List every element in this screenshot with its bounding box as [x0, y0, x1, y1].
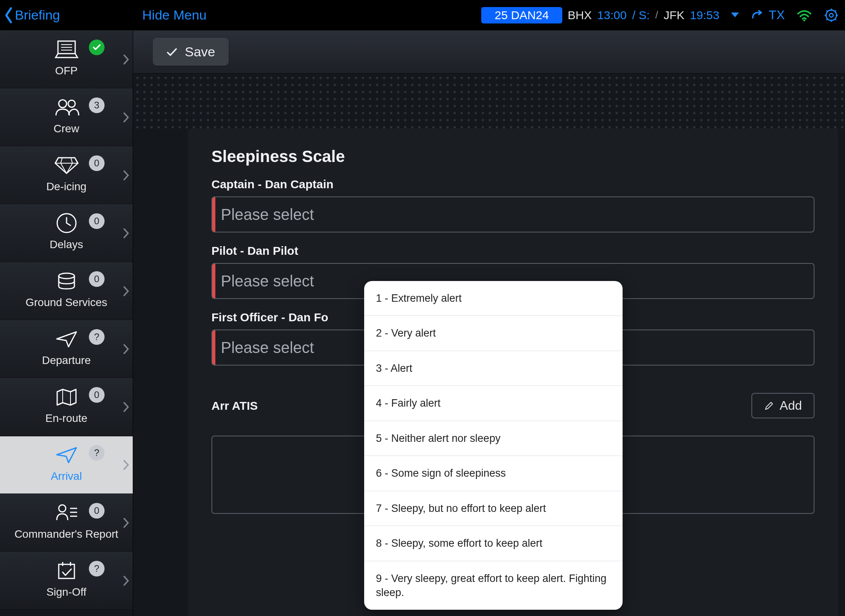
chevron-right-icon	[123, 285, 130, 297]
chevron-right-icon	[123, 343, 130, 355]
ofp-icon	[54, 38, 79, 61]
chevron-right-icon	[123, 169, 130, 181]
sidebar-item-ground-services[interactable]: Ground Services 0	[0, 262, 133, 320]
diamond-icon	[54, 154, 79, 177]
header-icons: TX	[730, 8, 839, 23]
arr-airport: JFK	[664, 9, 684, 22]
dropdown-option[interactable]: 1 - Extremely alert	[364, 281, 623, 316]
flight-id-pill[interactable]: 25 DAN24	[481, 7, 562, 23]
sidebar-item-label: Ground Services	[25, 296, 107, 309]
svg-point-0	[803, 19, 805, 21]
hide-menu-button[interactable]: Hide Menu	[142, 7, 206, 23]
sidebar-item-commanders-report[interactable]: Commander's Report 0	[0, 494, 133, 552]
app-header: Briefing Hide Menu 25 DAN24 BHX 13:00 / …	[0, 0, 845, 31]
dropdown-option[interactable]: 7 - Sleepy, but no effort to keep alert	[364, 491, 623, 526]
dropdown-option[interactable]: 6 - Some sign of sleepiness	[364, 456, 623, 491]
dropdown-option[interactable]: 5 - Neither alert nor sleepy	[364, 421, 623, 456]
sidebar-item-crew[interactable]: Crew 3	[0, 88, 133, 146]
chevron-right-icon	[123, 517, 130, 529]
add-button[interactable]: Add	[751, 393, 814, 418]
sidebar-item-arrival[interactable]: Arrival ?	[0, 436, 133, 494]
select-value: Please select	[221, 206, 314, 223]
sidebar-item-label: En-route	[45, 412, 87, 425]
count-badge: ?	[89, 561, 105, 576]
sidebar-item-label: Commander's Report	[14, 528, 118, 540]
count-badge: 3	[89, 97, 105, 113]
dropdown-option[interactable]: 2 - Very alert	[364, 316, 623, 351]
count-badge: 0	[89, 271, 105, 287]
sidebar-item-ofp[interactable]: OFP	[0, 31, 133, 88]
wifi-icon	[796, 9, 812, 22]
sidebar-item-label: Departure	[42, 354, 91, 367]
caret-down-icon[interactable]	[730, 12, 740, 19]
dep-time: 13:00	[597, 9, 627, 22]
dropdown-option[interactable]: 3 - Alert	[364, 351, 623, 386]
sleepiness-dropdown: 1 - Extremely alert 2 - Very alert 3 - A…	[364, 281, 623, 610]
check-icon	[166, 47, 178, 57]
count-badge: 0	[89, 155, 105, 171]
svg-point-2	[829, 13, 833, 17]
sidebar-item-label: OFP	[55, 65, 78, 77]
arr-time: 19:53	[690, 9, 719, 22]
sidebar-item-departure[interactable]: Departure ?	[0, 320, 133, 378]
add-label: Add	[780, 398, 802, 413]
sidebar-item-delays[interactable]: Delays 0	[0, 204, 133, 262]
svg-point-15	[59, 100, 67, 108]
atis-label: Arr ATIS	[211, 399, 258, 412]
status-badge	[89, 40, 105, 55]
send-icon	[55, 328, 78, 350]
sidebar: OFP Crew 3 De-icing 0 De	[0, 31, 133, 616]
svg-line-7	[827, 10, 828, 12]
sidebar-item-deicing[interactable]: De-icing 0	[0, 146, 133, 204]
chevron-right-icon	[123, 459, 130, 471]
map-icon	[55, 385, 78, 408]
svg-line-10	[827, 18, 828, 20]
count-badge: 0	[89, 213, 105, 229]
svg-point-21	[59, 505, 66, 512]
dep-extra: / S:	[632, 9, 650, 22]
svg-rect-25	[59, 564, 74, 578]
dropdown-option[interactable]: 8 - Sleepy, some effort to keep alert	[364, 526, 623, 561]
decorative-dots	[133, 74, 845, 128]
report-icon	[54, 501, 79, 524]
panel-heading: Sleepiness Scale	[211, 147, 814, 166]
share-icon	[751, 9, 765, 21]
captain-label: Captain - Dan Captain	[211, 178, 814, 191]
sidebar-item-label: Delays	[50, 238, 83, 251]
select-value: Please select	[221, 272, 314, 290]
send-icon	[55, 443, 78, 466]
count-badge: ?	[89, 329, 105, 345]
sidebar-item-label: De-icing	[46, 180, 87, 193]
tx-button[interactable]: TX	[751, 8, 785, 22]
svg-point-18	[59, 273, 74, 279]
save-label: Save	[185, 44, 215, 59]
sidebar-item-enroute[interactable]: En-route 0	[0, 378, 133, 436]
signoff-icon	[56, 559, 78, 582]
chevron-right-icon	[123, 401, 130, 413]
dropdown-option[interactable]: 9 - Very sleepy, great effort to keep al…	[364, 561, 623, 610]
sidebar-item-signoff[interactable]: Sign-Off ?	[0, 552, 133, 610]
chevron-right-icon	[123, 227, 130, 239]
svg-line-8	[835, 18, 836, 20]
dropdown-option[interactable]: 4 - Fairly alert	[364, 386, 623, 421]
count-badge: 0	[89, 503, 105, 519]
chevron-right-icon	[123, 112, 130, 123]
tx-label: TX	[769, 8, 785, 22]
dep-airport: BHX	[568, 9, 592, 22]
clock-icon	[56, 212, 78, 234]
count-badge: ?	[89, 445, 105, 461]
sidebar-item-label: Arrival	[51, 470, 82, 483]
back-label: Briefing	[15, 7, 60, 23]
captain-select[interactable]: Please select	[211, 196, 814, 232]
svg-line-9	[835, 10, 836, 12]
svg-point-16	[68, 100, 75, 107]
check-icon	[92, 44, 101, 51]
back-button[interactable]: Briefing	[3, 7, 60, 24]
gear-icon[interactable]	[824, 8, 839, 23]
crew-icon	[53, 96, 80, 119]
chevron-left-icon	[3, 7, 14, 24]
count-badge: 0	[89, 387, 105, 403]
save-button[interactable]: Save	[153, 38, 229, 66]
toolbar: Save	[133, 31, 845, 74]
chevron-right-icon	[123, 575, 130, 587]
